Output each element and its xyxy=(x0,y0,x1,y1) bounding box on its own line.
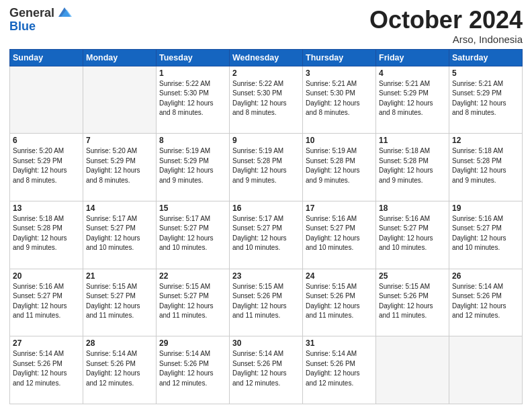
day-number: 29 xyxy=(159,338,226,348)
day-info: Sunrise: 5:15 AMSunset: 5:26 PMDaylight:… xyxy=(379,282,446,321)
day-info: Sunrise: 5:14 AMSunset: 5:26 PMDaylight:… xyxy=(452,282,519,321)
calendar-cell: 9Sunrise: 5:19 AMSunset: 5:28 PMDaylight… xyxy=(230,134,303,201)
day-number: 27 xyxy=(13,338,80,348)
day-number: 21 xyxy=(86,271,153,281)
day-info: Sunrise: 5:22 AMSunset: 5:30 PMDaylight:… xyxy=(232,79,300,118)
calendar-cell: 15Sunrise: 5:17 AMSunset: 5:27 PMDayligh… xyxy=(157,201,230,269)
month-title: October 2024 xyxy=(369,7,523,34)
day-number: 31 xyxy=(306,338,373,348)
day-info: Sunrise: 5:16 AMSunset: 5:27 PMDaylight:… xyxy=(379,214,446,253)
day-number: 7 xyxy=(86,136,153,145)
calendar-week-row: 1Sunrise: 5:22 AMSunset: 5:30 PMDaylight… xyxy=(10,66,523,134)
calendar-cell: 6Sunrise: 5:20 AMSunset: 5:29 PMDaylight… xyxy=(10,134,83,201)
calendar-cell: 26Sunrise: 5:14 AMSunset: 5:26 PMDayligh… xyxy=(449,269,523,336)
calendar-cell: 22Sunrise: 5:15 AMSunset: 5:27 PMDayligh… xyxy=(157,269,230,336)
calendar-cell xyxy=(449,336,523,404)
day-number: 19 xyxy=(452,203,519,213)
day-number: 23 xyxy=(232,271,300,281)
day-info: Sunrise: 5:18 AMSunset: 5:28 PMDaylight:… xyxy=(379,146,446,185)
day-info: Sunrise: 5:14 AMSunset: 5:26 PMDaylight:… xyxy=(13,349,80,388)
weekday-thursday: Thursday xyxy=(303,49,376,66)
weekday-sunday: Sunday xyxy=(10,49,83,66)
day-number: 25 xyxy=(379,271,446,281)
weekday-tuesday: Tuesday xyxy=(157,49,230,66)
calendar-cell: 21Sunrise: 5:15 AMSunset: 5:27 PMDayligh… xyxy=(83,269,157,336)
day-info: Sunrise: 5:21 AMSunset: 5:30 PMDaylight:… xyxy=(306,79,373,118)
day-number: 11 xyxy=(379,136,446,145)
calendar-cell: 16Sunrise: 5:17 AMSunset: 5:27 PMDayligh… xyxy=(230,201,303,269)
location: Arso, Indonesia xyxy=(369,34,523,45)
day-number: 12 xyxy=(452,136,519,145)
day-info: Sunrise: 5:22 AMSunset: 5:30 PMDaylight:… xyxy=(159,79,226,118)
calendar-week-row: 6Sunrise: 5:20 AMSunset: 5:29 PMDaylight… xyxy=(10,134,523,201)
calendar-cell: 12Sunrise: 5:18 AMSunset: 5:28 PMDayligh… xyxy=(449,134,523,201)
calendar-cell: 10Sunrise: 5:19 AMSunset: 5:28 PMDayligh… xyxy=(303,134,376,201)
day-info: Sunrise: 5:14 AMSunset: 5:26 PMDaylight:… xyxy=(159,349,226,388)
day-number: 1 xyxy=(159,68,226,78)
day-number: 10 xyxy=(306,136,373,145)
weekday-wednesday: Wednesday xyxy=(230,49,303,66)
day-info: Sunrise: 5:16 AMSunset: 5:27 PMDaylight:… xyxy=(13,282,80,321)
calendar-cell: 17Sunrise: 5:16 AMSunset: 5:27 PMDayligh… xyxy=(303,201,376,269)
calendar-cell: 8Sunrise: 5:19 AMSunset: 5:29 PMDaylight… xyxy=(157,134,230,201)
logo: General Blue xyxy=(9,7,72,34)
day-info: Sunrise: 5:16 AMSunset: 5:27 PMDaylight:… xyxy=(452,214,519,253)
day-info: Sunrise: 5:15 AMSunset: 5:26 PMDaylight:… xyxy=(232,282,300,321)
calendar-cell: 29Sunrise: 5:14 AMSunset: 5:26 PMDayligh… xyxy=(157,336,230,404)
day-number: 17 xyxy=(306,203,373,213)
day-info: Sunrise: 5:18 AMSunset: 5:28 PMDaylight:… xyxy=(452,146,519,185)
day-info: Sunrise: 5:15 AMSunset: 5:27 PMDaylight:… xyxy=(86,282,153,321)
day-number: 6 xyxy=(13,136,80,145)
day-number: 2 xyxy=(232,68,300,78)
calendar-cell: 30Sunrise: 5:14 AMSunset: 5:26 PMDayligh… xyxy=(230,336,303,404)
weekday-saturday: Saturday xyxy=(449,49,523,66)
calendar-cell xyxy=(376,336,449,404)
calendar-cell: 20Sunrise: 5:16 AMSunset: 5:27 PMDayligh… xyxy=(10,269,83,336)
day-number: 18 xyxy=(379,203,446,213)
day-number: 9 xyxy=(232,136,300,145)
logo-blue: Blue xyxy=(9,19,36,33)
day-info: Sunrise: 5:19 AMSunset: 5:28 PMDaylight:… xyxy=(232,146,300,185)
day-number: 4 xyxy=(379,68,446,78)
calendar-week-row: 13Sunrise: 5:18 AMSunset: 5:28 PMDayligh… xyxy=(10,201,523,269)
calendar-cell: 23Sunrise: 5:15 AMSunset: 5:26 PMDayligh… xyxy=(230,269,303,336)
day-number: 26 xyxy=(452,271,519,281)
calendar-cell xyxy=(10,66,83,134)
day-info: Sunrise: 5:14 AMSunset: 5:26 PMDaylight:… xyxy=(86,349,153,388)
weekday-friday: Friday xyxy=(376,49,449,66)
day-info: Sunrise: 5:17 AMSunset: 5:27 PMDaylight:… xyxy=(232,214,300,253)
day-number: 16 xyxy=(232,203,300,213)
day-number: 24 xyxy=(306,271,373,281)
day-info: Sunrise: 5:16 AMSunset: 5:27 PMDaylight:… xyxy=(306,214,373,253)
calendar-week-row: 20Sunrise: 5:16 AMSunset: 5:27 PMDayligh… xyxy=(10,269,523,336)
day-number: 5 xyxy=(452,68,519,78)
day-info: Sunrise: 5:17 AMSunset: 5:27 PMDaylight:… xyxy=(86,214,153,253)
calendar-cell: 2Sunrise: 5:22 AMSunset: 5:30 PMDaylight… xyxy=(230,66,303,134)
calendar-page: General Blue October 2024 Arso, Indonesi… xyxy=(0,0,532,411)
day-number: 8 xyxy=(159,136,226,145)
calendar-cell: 11Sunrise: 5:18 AMSunset: 5:28 PMDayligh… xyxy=(376,134,449,201)
day-number: 13 xyxy=(13,203,80,213)
day-info: Sunrise: 5:18 AMSunset: 5:28 PMDaylight:… xyxy=(13,214,80,253)
calendar-cell: 18Sunrise: 5:16 AMSunset: 5:27 PMDayligh… xyxy=(376,201,449,269)
weekday-monday: Monday xyxy=(83,49,157,66)
header: General Blue October 2024 Arso, Indonesi… xyxy=(9,7,523,45)
day-info: Sunrise: 5:20 AMSunset: 5:29 PMDaylight:… xyxy=(13,146,80,185)
calendar-table: SundayMondayTuesdayWednesdayThursdayFrid… xyxy=(9,49,523,404)
day-info: Sunrise: 5:15 AMSunset: 5:27 PMDaylight:… xyxy=(159,282,226,321)
calendar-cell: 4Sunrise: 5:21 AMSunset: 5:29 PMDaylight… xyxy=(376,66,449,134)
day-number: 22 xyxy=(159,271,226,281)
title-block: October 2024 Arso, Indonesia xyxy=(369,7,523,45)
day-info: Sunrise: 5:21 AMSunset: 5:29 PMDaylight:… xyxy=(379,79,446,118)
calendar-cell: 3Sunrise: 5:21 AMSunset: 5:30 PMDaylight… xyxy=(303,66,376,134)
calendar-cell: 19Sunrise: 5:16 AMSunset: 5:27 PMDayligh… xyxy=(449,201,523,269)
day-info: Sunrise: 5:19 AMSunset: 5:28 PMDaylight:… xyxy=(306,146,373,185)
calendar-cell: 27Sunrise: 5:14 AMSunset: 5:26 PMDayligh… xyxy=(10,336,83,404)
calendar-cell: 1Sunrise: 5:22 AMSunset: 5:30 PMDaylight… xyxy=(157,66,230,134)
calendar-cell: 14Sunrise: 5:17 AMSunset: 5:27 PMDayligh… xyxy=(83,201,157,269)
day-number: 30 xyxy=(232,338,300,348)
day-info: Sunrise: 5:14 AMSunset: 5:26 PMDaylight:… xyxy=(232,349,300,388)
day-number: 28 xyxy=(86,338,153,348)
calendar-cell xyxy=(83,66,157,134)
calendar-cell: 24Sunrise: 5:15 AMSunset: 5:26 PMDayligh… xyxy=(303,269,376,336)
